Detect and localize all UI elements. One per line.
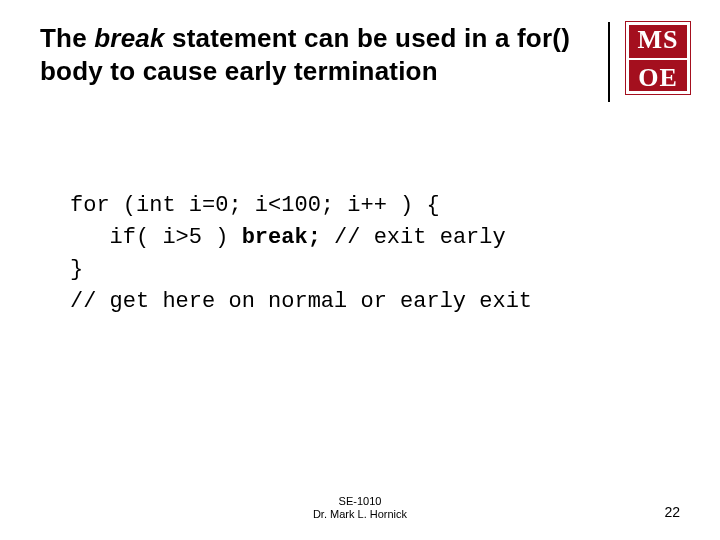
code-line-3: } <box>70 257 83 282</box>
code-line-2c: // exit early <box>321 225 506 250</box>
page-number: 22 <box>664 504 680 520</box>
title-emphasis: break <box>94 23 164 53</box>
footer-course: SE-1010 <box>0 495 720 509</box>
code-line-2a: if( i>5 ) <box>70 225 242 250</box>
title-prefix: The <box>40 23 94 53</box>
slide-title: The break statement can be used in a for… <box>40 22 598 87</box>
slide-footer: SE-1010 Dr. Mark L. Hornick <box>0 495 720 523</box>
logo-top-text: MS <box>626 22 690 60</box>
title-container: The break statement can be used in a for… <box>40 22 610 102</box>
code-break-keyword: break; <box>242 225 321 250</box>
msoe-logo: MS OE <box>626 22 690 94</box>
code-line-1: for (int i=0; i<100; i++ ) { <box>70 193 440 218</box>
code-block: for (int i=0; i<100; i++ ) { if( i>5 ) b… <box>70 190 690 318</box>
footer-author: Dr. Mark L. Hornick <box>0 508 720 522</box>
logo-bottom-text: OE <box>626 60 690 96</box>
slide: The break statement can be used in a for… <box>0 0 720 540</box>
code-line-4: // get here on normal or early exit <box>70 289 532 314</box>
